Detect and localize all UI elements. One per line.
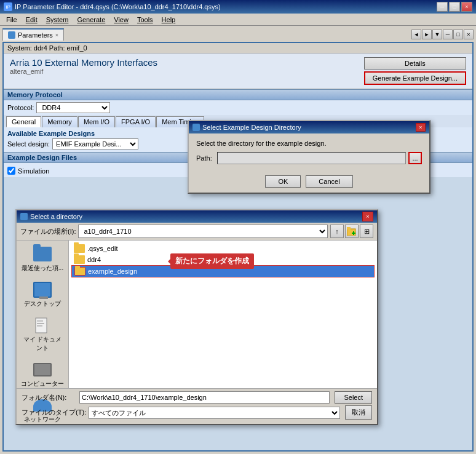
dir-back-button[interactable]: ↑ — [330, 225, 344, 238]
title-bar: IP IP Parameter Editor - ddr4.qsys (C:\W… — [0, 0, 476, 14]
file-ddr4[interactable]: ddr4 — [71, 254, 375, 265]
tab-restore-btn[interactable]: ─ — [443, 30, 453, 39]
dir-files[interactable]: .qsys_edit ddr4 example_design — [69, 241, 377, 388]
tab-close-icon[interactable]: × — [55, 32, 58, 38]
details-button[interactable]: Details — [364, 57, 466, 70]
cancel-dir-button[interactable]: 取消 — [345, 405, 372, 420]
folder-icon-ddr4 — [74, 255, 85, 264]
svg-rect-7 — [37, 325, 42, 327]
menu-system[interactable]: System — [42, 15, 73, 24]
browse-button[interactable]: ... — [408, 152, 422, 164]
file-example-design[interactable]: example_design — [71, 265, 375, 277]
documents-label: マイ ドキュメント — [20, 335, 65, 352]
maximize-button[interactable]: □ — [449, 2, 460, 12]
dialog-select-footer: OK Cancel — [189, 170, 429, 193]
computer-icon — [33, 361, 52, 378]
dialog-select-desc: Select the directory for the example des… — [196, 140, 422, 147]
svg-rect-1 — [347, 227, 351, 229]
dialog-select-close[interactable]: × — [416, 123, 426, 132]
simulation-checkbox[interactable] — [7, 167, 15, 175]
menu-edit[interactable]: Edit — [22, 15, 41, 24]
dir-sidebar: 最近使った項... デスクトップ — [17, 241, 69, 388]
ip-info: Arria 10 External Memory Interfaces alte… — [10, 57, 157, 75]
dir-title-icon — [20, 213, 28, 220]
menu-view[interactable]: View — [110, 15, 132, 24]
dir-new-folder-button[interactable] — [345, 225, 359, 238]
sidebar-documents[interactable]: マイ ドキュメント — [18, 314, 67, 355]
protocol-select[interactable]: DDR4 — [36, 102, 110, 113]
ip-title: Arria 10 External Memory Interfaces — [10, 57, 157, 68]
parameters-tab[interactable]: Parameters × — [2, 28, 64, 41]
path-label: Path: — [196, 154, 215, 162]
protocol-label: Protocol: — [7, 104, 34, 111]
dialog-path-row: Path: ... — [196, 152, 422, 164]
new-folder-icon — [347, 227, 357, 236]
dialog-select-example: Select Example Design Directory × Select… — [188, 120, 430, 194]
sidebar-desktop[interactable]: デスクトップ — [22, 279, 63, 311]
menu-generate[interactable]: Generate — [73, 15, 109, 24]
generate-example-button[interactable]: Generate Example Design... — [364, 71, 466, 85]
tab-controls: ◄ ► ▼ ─ □ × — [411, 30, 474, 39]
folder-name-input[interactable] — [79, 391, 330, 404]
cancel-button[interactable]: Cancel — [306, 175, 352, 188]
design-select[interactable]: EMIF Example Desi... — [52, 138, 138, 149]
app-icon: IP — [4, 2, 12, 11]
window-title: IP Parameter Editor - ddr4.qsys (C:\Work… — [15, 3, 221, 10]
dir-close-button[interactable]: × — [362, 212, 373, 221]
dir-toolbar-buttons: ↑ ⊞ — [330, 225, 373, 238]
menu-help[interactable]: Help — [158, 15, 180, 24]
file-type-select[interactable]: すべてのファイル — [89, 407, 340, 419]
tab-scroll-right[interactable]: ► — [422, 30, 432, 39]
svg-rect-5 — [37, 321, 43, 322]
dir-content: 最近使った項... デスクトップ — [17, 241, 377, 388]
tab-maximize-btn[interactable]: □ — [453, 30, 463, 39]
tab-fpga-io[interactable]: FPGA I/O — [116, 116, 156, 127]
svg-rect-6 — [37, 323, 44, 324]
simulation-label: Simulation — [18, 167, 49, 175]
system-path-bar: System: ddr4 Path: emif_0 — [4, 43, 472, 54]
ok-button[interactable]: OK — [265, 175, 301, 188]
dialog-select-body: Select the directory for the example des… — [189, 133, 429, 170]
select-button[interactable]: Select — [335, 391, 372, 404]
dialog-select-title: Select Example Design Directory — [202, 124, 301, 131]
dir-title-left: Select a directory — [20, 213, 82, 220]
desktop-icon — [33, 281, 52, 298]
folder-name-label: フォルダ名(N): — [22, 393, 77, 402]
folder-icon-example — [74, 267, 85, 276]
folder-name-row: フォルダ名(N): Select — [22, 391, 372, 404]
dialog-title-left: Select Example Design Directory — [192, 124, 301, 131]
system-path-text: System: ddr4 Path: emif_0 — [7, 44, 87, 52]
minimize-button[interactable]: ─ — [437, 2, 448, 12]
file-qsys-edit[interactable]: .qsys_edit — [71, 243, 375, 254]
tab-menu-btn[interactable]: ▼ — [432, 30, 442, 39]
folder-icon-qsys — [74, 244, 85, 253]
sidebar-recent[interactable]: 最近使った項... — [19, 243, 66, 275]
documents-icon — [33, 317, 52, 334]
dir-title-bar: Select a directory × — [17, 210, 377, 223]
tab-mem-io[interactable]: Mem I/O — [78, 116, 115, 127]
menu-tools[interactable]: Tools — [133, 15, 157, 24]
dir-toolbar: ファイルの場所(I): a10_ddr4_1710 ↑ ⊞ — [17, 223, 377, 241]
documents-svg — [33, 317, 52, 334]
ip-header: Arria 10 External Memory Interfaces alte… — [4, 54, 472, 89]
file-name-qsys: .qsys_edit — [87, 245, 118, 252]
dir-title-text: Select a directory — [30, 213, 82, 220]
tab-close-all-btn[interactable]: × — [464, 30, 474, 39]
window-controls: ─ □ × — [437, 2, 472, 12]
tab-memory[interactable]: Memory — [42, 116, 77, 127]
recent-label: 最近使った項... — [22, 264, 63, 273]
file-type-label: ファイルのタイプ(T): — [22, 408, 86, 417]
ip-buttons: Details Generate Example Design... — [364, 57, 466, 85]
path-input[interactable] — [217, 152, 406, 164]
tab-scroll-left[interactable]: ◄ — [411, 30, 421, 39]
file-name-example: example_design — [88, 268, 137, 275]
dir-view-toggle-button[interactable]: ⊞ — [360, 225, 373, 238]
menu-file[interactable]: File — [2, 15, 21, 24]
close-button[interactable]: × — [461, 2, 472, 12]
memory-protocol-label: Memory Protocol — [7, 91, 63, 98]
desktop-label: デスクトップ — [24, 300, 61, 308]
tab-general[interactable]: General — [6, 116, 41, 127]
dialog-directory: Select a directory × ファイルの場所(I): a10_ddr… — [15, 209, 378, 425]
location-select[interactable]: a10_ddr4_1710 — [78, 225, 328, 238]
sidebar-computer[interactable]: コンピューター — [18, 359, 66, 391]
